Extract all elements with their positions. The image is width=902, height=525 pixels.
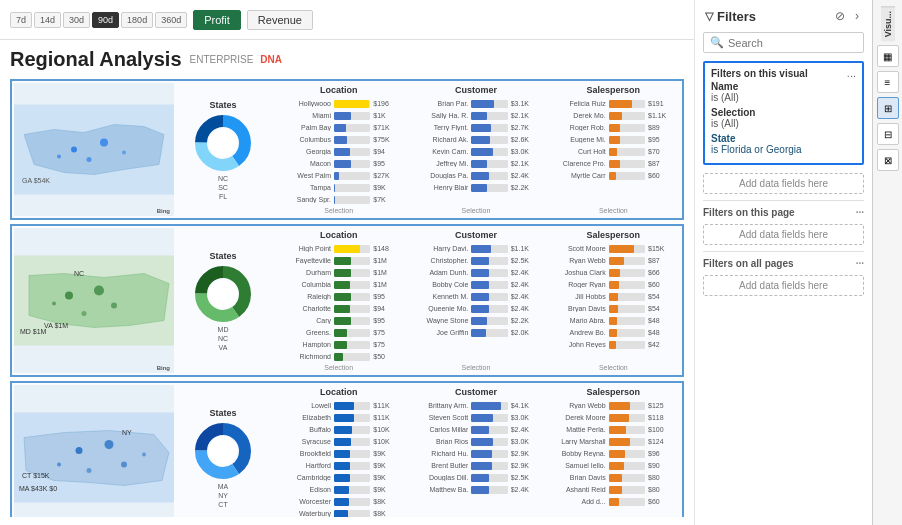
table-row: Durham$1M xyxy=(276,267,401,278)
table-row: Richard Hu.$2.9K xyxy=(413,448,538,459)
table-row: Mattie Perla.$100 xyxy=(551,424,676,435)
table-row: Edison$9K xyxy=(276,484,401,495)
filter-section-label: Filters on this visual xyxy=(711,68,808,79)
filter-page-dots: ··· xyxy=(856,207,864,218)
table-row: Christopher.$2.5K xyxy=(413,255,538,266)
filter-name: Name is (All) xyxy=(711,81,856,103)
toolbar: 7d 14d 30d 90d 180d 360d Profit Revenue xyxy=(0,0,694,40)
table-row: Jeffrey Mi.$2.1K xyxy=(413,158,538,169)
table-row: Fayetteville$1M xyxy=(276,255,401,266)
table-row: Waterbury$8K xyxy=(276,508,401,517)
svg-point-16 xyxy=(52,302,56,306)
table-row: Brittany Arm.$4.1K xyxy=(413,400,538,411)
table-row: Henry Blair$2.2K xyxy=(413,182,538,193)
states-panel-1: States NCSCFL xyxy=(178,83,268,216)
dashboard-row-1: GA $54K BingStates NCSCFLLocationHollywo… xyxy=(10,79,684,220)
filters-sidebar: ▽ Filters ⊘ › 🔍 Filters on this visual .… xyxy=(694,0,872,525)
filter-all-pages-dots: ··· xyxy=(856,258,864,269)
table-row: Douglas Pa.$2.4K xyxy=(413,170,538,181)
salesperson-panel-3: SalespersonRyan Webb$125Derek Moore$118M… xyxy=(547,385,680,517)
table-row: Mario Abra.$48 xyxy=(551,315,676,326)
tab-14d[interactable]: 14d xyxy=(34,12,61,28)
table-row: Syracuse$10K xyxy=(276,436,401,447)
filter-selection-label: Selection xyxy=(711,107,856,118)
table-row: Roger Rob.$89 xyxy=(551,122,676,133)
svg-point-12 xyxy=(65,292,73,300)
filter-name-value: is (All) xyxy=(711,92,856,103)
filter-expand-btn[interactable]: › xyxy=(852,8,862,24)
location-panel-3: LocationLowell$11KElizabeth$11KBuffalo$1… xyxy=(272,385,405,517)
table-row: Steven Scott$3.0K xyxy=(413,412,538,423)
table-row: Bobby Reyna.$96 xyxy=(551,448,676,459)
svg-point-26 xyxy=(105,440,114,449)
table-row: Columbus$75K xyxy=(276,134,401,145)
enterprise-logo: ENTERPRISE DNA xyxy=(190,54,282,65)
filter-all-pages-section: Filters on all pages ··· xyxy=(695,256,872,271)
filters-title: ▽ Filters xyxy=(705,9,756,24)
tab-7d[interactable]: 7d xyxy=(10,12,32,28)
filter-more-btn[interactable]: ... xyxy=(847,67,856,79)
table-row: Palm Bay$71K xyxy=(276,122,401,133)
svg-point-5 xyxy=(57,155,61,159)
filter-selection-value: is (All) xyxy=(711,118,856,129)
states-panel-2: States MDNCVA xyxy=(178,228,268,373)
add-data-fields-btn[interactable]: Add data fields here xyxy=(703,173,864,194)
add-page-fields-btn[interactable]: Add data fields here xyxy=(703,224,864,245)
revenue-btn[interactable]: Revenue xyxy=(247,10,313,30)
tab-180d[interactable]: 180d xyxy=(121,12,153,28)
table-row: Cary$95 xyxy=(276,315,401,326)
visual-panel-header: Visu... xyxy=(881,6,895,41)
table-row: Worcester$8K xyxy=(276,496,401,507)
svg-point-2 xyxy=(100,139,108,147)
table-row: Douglas Dill.$2.5K xyxy=(413,472,538,483)
dashboard-header: Regional Analysis ENTERPRISE DNA xyxy=(10,48,684,71)
table-row: Cambridge$9K xyxy=(276,472,401,483)
table-row: Buffalo$10K xyxy=(276,424,401,435)
table-row: Joshua Clark$66 xyxy=(551,267,676,278)
table-row: Brent Butler$2.9K xyxy=(413,460,538,471)
vis-btn-3[interactable]: ⊞ xyxy=(877,97,899,119)
filter-all-pages-title: Filters on all pages ··· xyxy=(703,258,864,269)
table-row: Bobby Cole$2.4K xyxy=(413,279,538,290)
tab-90d[interactable]: 90d xyxy=(92,12,119,28)
filters-on-visual: Filters on this visual ... Name is (All)… xyxy=(703,61,864,165)
vis-btn-4[interactable]: ⊟ xyxy=(877,123,899,145)
svg-point-30 xyxy=(142,453,146,457)
filter-name-label: Name xyxy=(711,81,856,92)
table-row: Myrtle Carr$60 xyxy=(551,170,676,181)
vis-btn-5[interactable]: ⊠ xyxy=(877,149,899,171)
table-row: Brian Par.$3.1K xyxy=(413,98,538,109)
vis-btn-2[interactable]: ≡ xyxy=(877,71,899,93)
filters-label: Filters xyxy=(717,9,756,24)
dashboard-rows: GA $54K BingStates NCSCFLLocationHollywo… xyxy=(10,79,684,517)
filters-actions: ⊘ › xyxy=(832,8,862,24)
tab-30d[interactable]: 30d xyxy=(63,12,90,28)
search-input[interactable] xyxy=(728,37,866,49)
svg-point-14 xyxy=(111,303,117,309)
profit-btn[interactable]: Profit xyxy=(193,10,241,30)
filter-state: State is Florida or Georgia xyxy=(711,133,856,155)
dashboard: Regional Analysis ENTERPRISE DNA GA $54K… xyxy=(0,40,694,525)
filter-clear-btn[interactable]: ⊘ xyxy=(832,8,848,24)
table-row: Richard Ak.$2.6K xyxy=(413,134,538,145)
svg-point-1 xyxy=(71,147,77,153)
table-row: Lowell$11K xyxy=(276,400,401,411)
map-panel-2: MD $1M NC VA $1M Bing xyxy=(14,228,174,373)
search-box[interactable]: 🔍 xyxy=(703,32,864,53)
table-row: Wayne Stone$2.2K xyxy=(413,315,538,326)
table-row: Greens.$75 xyxy=(276,327,401,338)
svg-point-10 xyxy=(209,129,237,157)
table-row: Scott Moore$15K xyxy=(551,243,676,254)
add-all-pages-btn[interactable]: Add data fields here xyxy=(703,275,864,296)
tab-360d[interactable]: 360d xyxy=(155,12,187,28)
vis-btn-1[interactable]: ▦ xyxy=(877,45,899,67)
customer-panel-3: CustomerBrittany Arm.$4.1KSteven Scott$3… xyxy=(409,385,542,517)
table-row: Carlos Millar$2.4K xyxy=(413,424,538,435)
svg-point-3 xyxy=(87,157,92,162)
svg-text:VA $1M: VA $1M xyxy=(44,322,68,329)
table-row: Ryan Webb$125 xyxy=(551,400,676,411)
visual-sidebar: Visu... ▦ ≡ ⊞ ⊟ ⊠ xyxy=(872,0,902,525)
filter-page-label: Filters on this page xyxy=(703,207,795,218)
table-row: Roger Ryan$60 xyxy=(551,279,676,290)
table-row: Macon$95 xyxy=(276,158,401,169)
